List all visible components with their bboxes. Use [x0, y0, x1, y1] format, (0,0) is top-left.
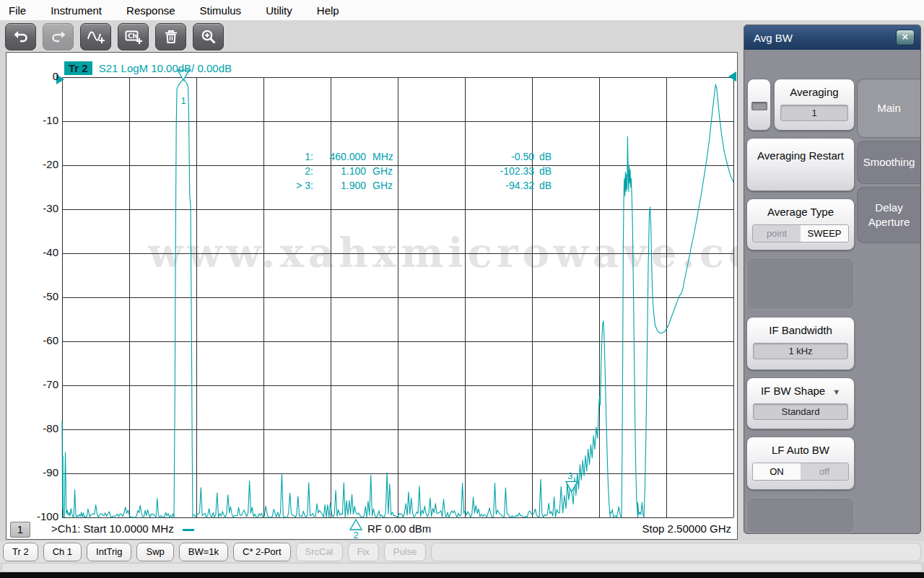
- rf-power-label: RF 0.00 dBm: [367, 522, 431, 535]
- panel-title: Avg BW: [754, 32, 793, 44]
- if-bw-shape-value: Standard: [753, 403, 848, 420]
- menu-bar: File Instrument Response Stimulus Utilit…: [0, 0, 924, 20]
- y-tick-label: -80: [25, 422, 58, 434]
- dropdown-arrow-icon: ▼: [832, 387, 840, 396]
- if-bw-shape-label: IF BW Shape▼: [747, 385, 854, 397]
- menu-utility[interactable]: Utility: [266, 4, 292, 17]
- message-strip: [1, 563, 923, 572]
- menu-stimulus[interactable]: Stimulus: [200, 4, 242, 17]
- tab-smoothing[interactable]: Smoothing: [857, 141, 920, 184]
- y-tick-label: -50: [25, 290, 58, 302]
- marker-1-level-unit: dB: [534, 149, 552, 164]
- zoom-icon: [200, 28, 217, 45]
- y-tick-label: -100: [25, 510, 58, 522]
- marker-1-label: 1:: [245, 149, 313, 164]
- trace-badge[interactable]: Tr 2: [64, 61, 92, 75]
- marker-readout-3: > 3: 1.900 GHz -94.32 dB: [245, 178, 552, 193]
- lf-auto-bw-label: LF Auto BW: [747, 444, 854, 456]
- y-tick-label: -40: [25, 246, 58, 258]
- svg-text:3: 3: [567, 470, 572, 481]
- undo-button[interactable]: [5, 23, 36, 51]
- status-spacer: [431, 543, 921, 561]
- lf-auto-bw-button[interactable]: LF Auto BW ON off: [746, 437, 855, 490]
- status-channel[interactable]: Ch 1: [43, 543, 82, 561]
- if-bandwidth-button[interactable]: IF Bandwidth 1 kHz: [746, 317, 855, 370]
- marker-1-level: -0.50: [402, 149, 534, 164]
- measurement-display: www.xahxmicrowave.com 123 Tr 2 S21 LogM …: [6, 52, 738, 540]
- status-bandwidth[interactable]: BW=1k: [179, 543, 228, 561]
- trace-title: S21 LogM 10.00dB/ 0.00dB: [99, 62, 232, 74]
- add-channel-button[interactable]: Ch: [118, 23, 149, 51]
- menu-instrument[interactable]: Instrument: [51, 4, 102, 17]
- averaging-button[interactable]: Averaging 1: [774, 79, 855, 131]
- marker-2-freq: 1.100: [313, 164, 366, 178]
- channel-badge: 1: [10, 522, 30, 538]
- average-type-label: Average Type: [747, 206, 854, 218]
- lf-auto-bw-off-option[interactable]: off: [801, 463, 848, 480]
- menu-response[interactable]: Response: [126, 4, 175, 17]
- svg-text:2: 2: [353, 530, 358, 539]
- svg-text:Ch: Ch: [128, 32, 137, 40]
- averaging-label: Averaging: [775, 86, 854, 98]
- zoom-button[interactable]: [193, 23, 224, 51]
- marker-3-freq-unit: GHz: [366, 178, 402, 193]
- marker-2-level-unit: dB: [534, 164, 552, 178]
- y-tick-label: -60: [25, 334, 58, 346]
- stimulus-stop-label: Stop 2.50000 GHz: [642, 522, 731, 535]
- tab-delay-aperture[interactable]: Delay Aperture: [857, 187, 920, 243]
- lf-auto-bw-segmented: ON off: [752, 463, 849, 481]
- status-pulse: Pulse: [384, 543, 427, 561]
- if-bw-shape-button[interactable]: IF BW Shape▼ Standard: [746, 377, 855, 429]
- averaging-value: 1: [780, 105, 848, 121]
- undo-icon: [12, 28, 30, 45]
- average-type-sweep-option[interactable]: SWEEP: [801, 225, 848, 242]
- marker-3-freq: 1.900: [313, 178, 366, 193]
- add-trace-icon: [87, 28, 105, 45]
- marker-2-level: -102.33: [402, 164, 534, 178]
- average-type-button[interactable]: Average Type point SWEEP: [746, 198, 855, 250]
- averaging-restart-label: Averaging Restart: [747, 149, 854, 162]
- avg-bw-panel: Avg BW × Averaging 1 Averaging Restart A…: [744, 25, 921, 534]
- close-icon[interactable]: ×: [896, 30, 915, 45]
- y-tick-label: -70: [25, 378, 58, 390]
- status-trace[interactable]: Tr 2: [3, 543, 38, 561]
- delete-trace-button[interactable]: [155, 23, 186, 51]
- panel-title-bar: Avg BW ×: [744, 25, 920, 50]
- marker-3-level-unit: dB: [534, 178, 552, 193]
- y-tick-label: -30: [25, 202, 58, 214]
- menu-file[interactable]: File: [9, 4, 26, 17]
- stimulus-start-label: >Ch1: Start 10.0000 MHz: [51, 522, 194, 535]
- redo-button[interactable]: [43, 23, 74, 51]
- status-bar: Tr 2 Ch 1 IntTrig Swp BW=1k C* 2-Port Sr…: [0, 541, 924, 562]
- window-footer: [0, 572, 924, 578]
- add-trace-button[interactable]: [80, 23, 111, 51]
- empty-softkey-2: [746, 497, 855, 533]
- marker-2-label: 2:: [245, 164, 313, 178]
- average-type-point-option[interactable]: point: [753, 225, 801, 242]
- status-calibration[interactable]: C* 2-Port: [233, 543, 290, 561]
- lf-auto-bw-on-option[interactable]: ON: [753, 463, 801, 480]
- status-sweep[interactable]: Swp: [136, 543, 173, 561]
- trace-header: Tr 2 S21 LogM 10.00dB/ 0.00dB: [64, 61, 232, 75]
- status-trigger[interactable]: IntTrig: [87, 543, 131, 561]
- plot-svg: 123: [6, 53, 737, 539]
- marker-3-level: -94.32: [402, 178, 534, 193]
- marker-1-freq-unit: MHz: [366, 149, 402, 164]
- averaging-toggle[interactable]: [747, 79, 771, 131]
- panel-body: Averaging 1 Averaging Restart Average Ty…: [744, 50, 920, 535]
- average-type-segmented: point SWEEP: [752, 224, 849, 242]
- start-text: >Ch1: Start 10.0000 MHz: [51, 522, 174, 535]
- y-tick-label: -10: [25, 114, 58, 126]
- menu-help[interactable]: Help: [317, 4, 339, 17]
- trace-color-dash: [183, 529, 194, 531]
- status-srccal: SrcCal: [296, 543, 343, 561]
- y-tick-label: -90: [25, 466, 58, 478]
- tab-main[interactable]: Main: [857, 79, 920, 138]
- redo-icon: [50, 28, 67, 45]
- averaging-restart-button[interactable]: Averaging Restart: [746, 138, 855, 191]
- status-fix: Fix: [348, 543, 379, 561]
- trash-icon: [162, 28, 180, 45]
- marker-1-freq: 460.000: [313, 149, 366, 164]
- marker-2-freq-unit: GHz: [366, 164, 402, 178]
- add-channel-icon: Ch: [124, 28, 143, 45]
